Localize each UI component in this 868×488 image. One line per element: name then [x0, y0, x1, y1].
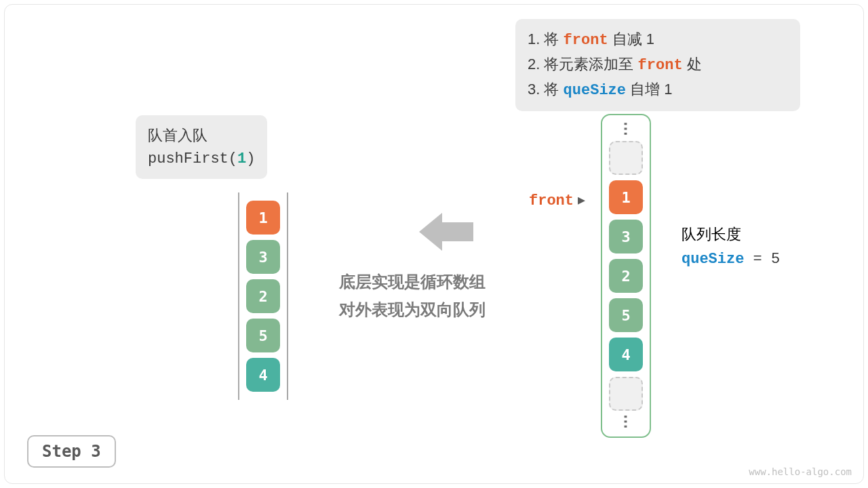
deque-cell: 3 [246, 240, 280, 274]
step3-suffix: 自增 1 [626, 81, 672, 98]
caption-line2: 对外表现为双向队列 [339, 296, 486, 324]
step3-keyword: queSize [564, 82, 626, 99]
step2-suffix: 处 [683, 56, 702, 73]
steps-note: 1. 将 front 自减 1 2. 将元素添加至 front 处 3. 将 q… [515, 19, 800, 111]
pointer-icon: ▸ [574, 191, 585, 208]
quesize-eq: = [744, 251, 771, 268]
circular-array: ⋯ 1 3 2 5 4 ⋯ [601, 114, 651, 438]
quesize-block: 队列长度 queSize = 5 [682, 222, 780, 271]
pushfirst-close: ) [246, 150, 255, 167]
deque-cell: 2 [246, 279, 280, 313]
deque-cell: 1 [246, 201, 280, 235]
queue-length-label: 队列长度 [682, 222, 780, 246]
watermark: www.hello-algo.com [749, 466, 852, 477]
caption-line1: 底层实现是循环数组 [339, 268, 486, 296]
pushfirst-note: 队首入队 pushFirst(1) [136, 115, 267, 179]
deque-view: 1 3 2 5 4 [235, 188, 291, 404]
quesize-keyword: queSize [682, 251, 744, 268]
front-keyword: front [529, 192, 574, 209]
circ-cell: 2 [609, 259, 643, 293]
circ-cell: 1 [609, 180, 643, 214]
step1-prefix: 1. 将 [528, 30, 564, 47]
step2-prefix: 2. 将元素添加至 [528, 56, 638, 73]
quesize-value: 5 [771, 251, 780, 268]
pushfirst-arg: 1 [237, 150, 246, 167]
step-badge: Step 3 [27, 435, 116, 468]
ellipsis-icon: ⋯ [617, 414, 635, 430]
circ-empty-cell [609, 377, 643, 411]
step2-keyword: front [638, 57, 683, 74]
center-caption: 底层实现是循环数组 对外表现为双向队列 [339, 268, 486, 324]
ellipsis-icon: ⋯ [617, 121, 635, 138]
pushfirst-title: 队首入队 [148, 123, 255, 147]
front-pointer-label: front ▸ [529, 191, 585, 209]
arrow-left-icon [419, 210, 473, 253]
deque-cell: 5 [246, 319, 280, 352]
step1-keyword: front [564, 32, 608, 49]
circ-empty-cell [609, 141, 643, 175]
circ-cell: 4 [609, 338, 643, 371]
circ-cell: 3 [609, 220, 643, 253]
step1-suffix: 自减 1 [608, 30, 654, 47]
circ-cell: 5 [609, 298, 643, 332]
step3-prefix: 3. 将 [528, 81, 564, 98]
pushfirst-fn: pushFirst( [148, 150, 237, 167]
deque-cell: 4 [246, 358, 280, 392]
